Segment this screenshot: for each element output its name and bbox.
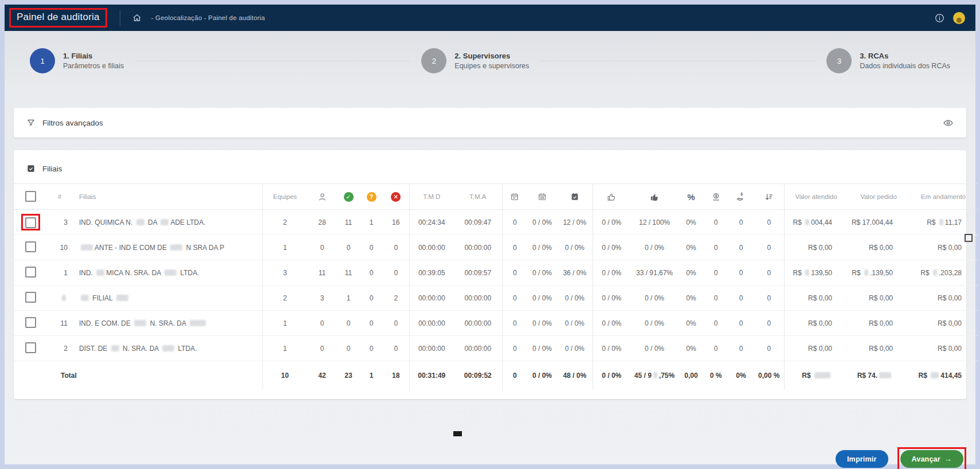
step-1-filiais[interactable]: 1 1. Filiais Parâmetros e filiais [30, 48, 124, 73]
thumb-up-outline-icon [607, 192, 617, 202]
total-calendar-icon: 0 [502, 361, 527, 390]
cell-equipes: 2 [262, 286, 307, 311]
cell-percent-icon: 0% [679, 260, 704, 286]
cell-thumb-up-outline-icon: 0 / 0% [593, 235, 630, 260]
select-all-checkbox[interactable] [25, 191, 36, 202]
avancar-label: Avançar [912, 455, 940, 463]
row-checkbox-cell [14, 260, 47, 286]
home-icon[interactable] [132, 13, 142, 23]
cell-tma: 00:09:57 [454, 260, 502, 286]
cell-number [47, 286, 72, 311]
filiais-panel: Filiais #FiliaisEquipes✓?✕T.M.DT.M.A%$$V… [14, 150, 966, 399]
cell-percent-icon: 0% [679, 311, 704, 336]
cell-valor-atendido: R$ 0,00 [784, 235, 848, 260]
cell-check-circle-icon: 0 [337, 311, 360, 336]
cell-valor-pedido: R$ 0,00 [848, 311, 909, 336]
row-checkbox[interactable] [25, 317, 36, 328]
cell-em-andamento: R$ 0,00 [909, 286, 978, 311]
cell-thumb-up-filled-icon: 0 / 0% [630, 336, 679, 361]
cell-tma: 00:00:00 [454, 311, 502, 336]
cell-filiais: IND. QUIMICA N. DA ADE LTDA. [72, 210, 262, 235]
cell-calendar-check-filled-icon: 0 / 0% [557, 311, 593, 336]
col-tmd: T.M.D [409, 184, 454, 210]
cell-tmd: 00:00:00 [409, 336, 454, 361]
cell-question-circle-icon: 0 [360, 235, 383, 260]
sort-descending-icon [754, 184, 784, 210]
breadcrumb: - Geolocalização - Painel de auditoria [151, 14, 265, 21]
cell-thumb-up-filled-icon: 0 / 0% [630, 311, 679, 336]
info-icon[interactable] [934, 13, 945, 24]
hand-money-icon: $ [728, 184, 754, 210]
total-thumb-up-filled-icon: 45 / 9,75% [630, 361, 679, 390]
visibility-eye-icon[interactable] [943, 118, 954, 128]
thumb-up-outline-icon [593, 184, 630, 210]
table-header-row: #FiliaisEquipes✓?✕T.M.DT.M.A%$$Valor ate… [14, 184, 978, 210]
cell-x-circle-icon: 2 [383, 286, 409, 311]
select-all-cell[interactable] [14, 184, 47, 210]
cell-filiais: ANTE - IND E COM DE N SRA DA P [72, 235, 262, 260]
row-checkbox[interactable] [25, 217, 36, 228]
calendar-event-icon [538, 192, 547, 201]
cell-valor-pedido: R$ 0,00 [848, 336, 909, 361]
total-empty-cell [14, 361, 47, 390]
total-valor-atendido: R$ [784, 361, 848, 390]
filters-label: Filtros avançados [42, 119, 103, 127]
cell-calendar-icon: 0 [502, 286, 527, 311]
cell-calendar-icon: 0 [502, 235, 527, 260]
cell-calendar-icon: 0 [502, 260, 527, 286]
section-title: Filiais [42, 165, 62, 173]
money-deposit-icon: $ [711, 192, 721, 202]
col-valor-atendido: Valor atendido [784, 184, 848, 210]
cell-calendar-event-icon: 0 / 0% [527, 311, 557, 336]
cell-calendar-icon: 0 [502, 336, 527, 361]
checked-checkbox-icon [26, 164, 36, 173]
cell-thumb-up-outline-icon: 0 / 0% [593, 210, 630, 235]
svg-text:$: $ [715, 193, 717, 198]
row-checkbox[interactable] [25, 241, 36, 252]
step-3-rcas[interactable]: 3 3. RCAs Dados individuais dos RCAs [826, 48, 950, 73]
user-avatar[interactable] [953, 12, 965, 24]
advanced-filters-bar[interactable]: Filtros avançados [14, 108, 966, 138]
total-x-circle-icon: 18 [383, 361, 409, 390]
step-1-subtitle: Parâmetros e filiais [63, 62, 124, 70]
cell-question-circle-icon: 0 [360, 286, 383, 311]
step-1-circle: 1 [30, 48, 55, 73]
cell-em-andamento: R$ 0,00 [909, 311, 978, 336]
row-checkbox[interactable] [25, 342, 36, 353]
cell-tmd: 00:24:34 [409, 210, 454, 235]
cursor-artifact [453, 431, 462, 436]
cell-sort-descending-icon: 0 [754, 260, 784, 286]
percent-icon: % [679, 184, 704, 210]
cell-tmd: 00:00:00 [409, 286, 454, 311]
cell-filiais: IND. E COM. DE N. SRA. DA [72, 311, 262, 336]
cell-percent-icon: 0% [679, 286, 704, 311]
step-2-supervisores[interactable]: 2 2. Supervisores Equipes e supervisores [421, 48, 529, 73]
cell-user-icon: 28 [307, 210, 337, 235]
x-circle-icon: ✕ [383, 184, 409, 210]
avancar-button[interactable]: Avançar→ [900, 450, 963, 468]
cell-sort-descending-icon: 0 [754, 286, 784, 311]
cell-filiais: IND. MICA N. SRA. DA LTDA. [72, 260, 262, 286]
col-number: # [47, 184, 72, 210]
cell-calendar-check-filled-icon: 0 / 0% [557, 235, 593, 260]
cell-filiais: DIST. DE N. SRA. DA LTDA. [72, 336, 262, 361]
cell-tmd: 00:00:00 [409, 235, 454, 260]
imprimir-button[interactable]: Imprimir [836, 450, 888, 468]
x-circle-icon: ✕ [391, 192, 401, 202]
row-checkbox-cell [14, 311, 47, 336]
row-checkbox[interactable] [25, 292, 36, 303]
cell-question-circle-icon: 0 [360, 336, 383, 361]
cell-number: 2 [47, 336, 72, 361]
cell-filiais: FILIAL [72, 286, 262, 311]
cell-user-icon: 3 [307, 286, 337, 311]
row-checkbox[interactable] [25, 267, 36, 278]
cell-sort-descending-icon: 0 [754, 311, 784, 336]
row-checkbox-cell [14, 286, 47, 311]
cell-equipes: 1 [262, 311, 307, 336]
cell-x-circle-icon: 0 [383, 260, 409, 286]
cell-check-circle-icon: 0 [337, 235, 360, 260]
cell-calendar-event-icon: 0 / 0% [527, 235, 557, 260]
row-checkbox-cell [14, 210, 47, 235]
user-icon [307, 184, 337, 210]
main-content: 1 1. Filiais Parâmetros e filiais 2 2. S… [5, 31, 975, 469]
